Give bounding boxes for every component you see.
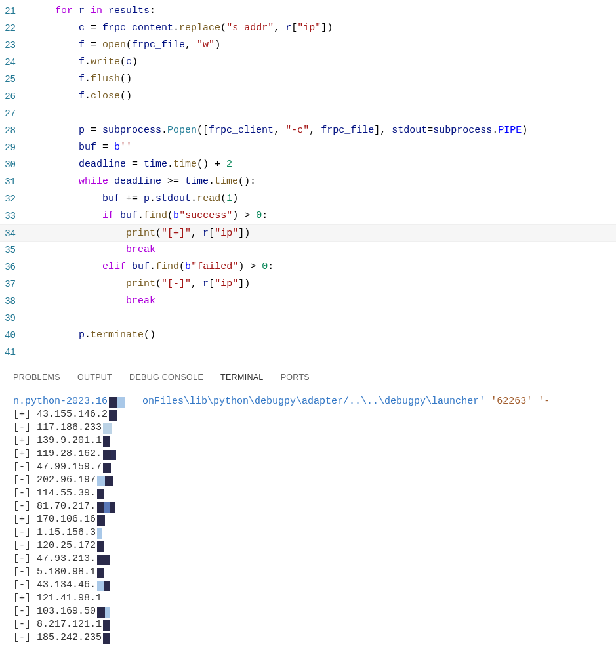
code-content: break	[31, 293, 616, 310]
code-content: while deadline >= time.time():	[31, 173, 616, 190]
terminal-ip: 1.15.156.3	[37, 526, 96, 539]
line-number: 41	[0, 344, 31, 361]
terminal-status-marker: [+]	[13, 513, 37, 526]
code-content: break	[31, 242, 616, 259]
terminal-line: [-] 47.99.159.7	[13, 461, 603, 474]
terminal-ip: 170.106.16	[37, 513, 96, 526]
code-line[interactable]: 35 break	[0, 242, 616, 259]
code-content: for r in results:	[31, 3, 616, 20]
code-line[interactable]: 34 print("[+]", r["ip"])	[0, 224, 616, 242]
line-number: 24	[0, 54, 31, 71]
code-line[interactable]: 25 f.flush()	[0, 71, 616, 88]
code-line[interactable]: 39	[0, 310, 616, 327]
code-line[interactable]: 38 break	[0, 293, 616, 310]
line-number: 40	[0, 327, 31, 344]
terminal-ip: 185.242.235	[37, 631, 102, 644]
terminal-output[interactable]: n.python-2023.16 onFiles\lib\python\debu…	[0, 387, 616, 672]
terminal-status-marker: [+]	[13, 434, 37, 448]
panel-tab-problems[interactable]: PROBLEMS	[13, 373, 60, 387]
redaction-block	[103, 462, 111, 472]
terminal-ip: 120.25.172	[37, 539, 96, 553]
panel-tab-debug-console[interactable]: DEBUG CONSOLE	[129, 373, 203, 387]
code-content: deadline = time.time() + 2	[31, 156, 616, 173]
code-line[interactable]: 23 f = open(frpc_file, "w")	[0, 37, 616, 54]
terminal-ip: 5.180.98.1	[37, 566, 96, 579]
redaction-block	[97, 567, 104, 578]
code-line[interactable]: 31 while deadline >= time.time():	[0, 173, 616, 190]
terminal-ip: 47.93.213.	[37, 553, 96, 566]
terminal-ip: 202.96.197	[37, 474, 96, 487]
line-number: 36	[0, 259, 31, 276]
code-line[interactable]: 40 p.terminate()	[0, 327, 616, 344]
panel-tab-terminal[interactable]: TERMINAL	[220, 373, 264, 387]
code-line[interactable]: 21 for r in results:	[0, 3, 616, 20]
terminal-line: [-] 114.55.39.	[13, 487, 603, 500]
code-content: buf += p.stdout.read(1)	[31, 190, 616, 207]
redaction-block	[103, 449, 116, 459]
terminal-ip: 47.99.159.7	[37, 461, 102, 474]
code-line[interactable]: 26 f.close()	[0, 88, 616, 105]
terminal-status-marker: [-]	[13, 553, 37, 566]
terminal-ip: 114.55.39.	[37, 487, 96, 500]
code-content	[31, 105, 616, 122]
terminal-line: [-] 117.186.233	[13, 421, 603, 434]
panel-tab-output[interactable]: OUTPUT	[77, 373, 112, 387]
redaction-block	[97, 475, 113, 486]
line-number: 23	[0, 37, 31, 54]
terminal-status-marker: [-]	[13, 566, 37, 579]
code-line[interactable]: 28 p = subprocess.Popen([frpc_client, "-…	[0, 122, 616, 139]
code-line[interactable]: 33 if buf.find(b"success") > 0:	[0, 207, 616, 224]
redaction-block	[97, 541, 104, 551]
terminal-line: [+] 43.155.146.2	[13, 408, 603, 421]
terminal-ip: 121.41.98.1	[37, 592, 102, 605]
line-number: 33	[0, 207, 31, 224]
redaction-block	[97, 501, 115, 512]
line-number: 21	[0, 3, 31, 20]
terminal-status-marker: [-]	[13, 500, 37, 513]
panel-tabs: PROBLEMSOUTPUTDEBUG CONSOLETERMINALPORTS	[0, 368, 616, 387]
panel-tab-ports[interactable]: PORTS	[281, 373, 310, 387]
code-content: elif buf.find(b"failed") > 0:	[31, 259, 616, 276]
line-number: 27	[0, 105, 31, 122]
code-content: f.close()	[31, 88, 616, 105]
code-line[interactable]: 37 print("[-]", r["ip"])	[0, 276, 616, 293]
redaction-block	[97, 514, 105, 525]
terminal-status-marker: [-]	[13, 474, 37, 487]
code-line[interactable]: 24 f.write(c)	[0, 54, 616, 71]
terminal-status-marker: [-]	[13, 579, 37, 592]
terminal-line: [-] 185.242.235	[13, 631, 603, 644]
line-number: 28	[0, 122, 31, 139]
line-number: 32	[0, 190, 31, 207]
code-line[interactable]: 29 buf = b''	[0, 139, 616, 156]
terminal-ip: 43.134.46.	[37, 579, 96, 592]
code-editor[interactable]: 21 for r in results:22 c = frpc_content.…	[0, 0, 616, 368]
code-line[interactable]: 30 deadline = time.time() + 2	[0, 156, 616, 173]
terminal-ip: 8.217.121.1	[37, 618, 102, 631]
terminal-ip: 139.9.201.1	[37, 434, 102, 448]
terminal-line: [-] 202.96.197	[13, 474, 603, 487]
terminal-line: [-] 120.25.172	[13, 539, 603, 553]
terminal-line: [+] 119.28.162.	[13, 448, 603, 461]
line-number: 29	[0, 139, 31, 156]
code-content: f.write(c)	[31, 54, 616, 71]
code-line[interactable]: 41	[0, 344, 616, 361]
line-number: 38	[0, 293, 31, 310]
terminal-status-marker: [+]	[13, 448, 37, 461]
redaction-block	[103, 423, 112, 433]
code-content	[31, 310, 616, 327]
code-content: buf = b''	[31, 139, 616, 156]
line-number: 31	[0, 173, 31, 190]
redaction-block	[109, 410, 117, 420]
terminal-ip: 103.169.50	[37, 605, 96, 618]
terminal-ip: 43.155.146.2	[37, 408, 108, 421]
terminal-ip: 119.28.162.	[37, 448, 102, 461]
terminal-line: [-] 81.70.217.	[13, 500, 603, 513]
terminal-ip: 117.186.233	[37, 421, 102, 434]
code-line[interactable]: 36 elif buf.find(b"failed") > 0:	[0, 259, 616, 276]
terminal-status-marker: [+]	[13, 592, 37, 605]
code-line[interactable]: 22 c = frpc_content.replace("s_addr", r[…	[0, 20, 616, 37]
redaction-block	[97, 554, 110, 564]
code-line[interactable]: 27	[0, 105, 616, 122]
code-line[interactable]: 32 buf += p.stdout.read(1)	[0, 190, 616, 207]
redaction-block	[97, 488, 104, 499]
